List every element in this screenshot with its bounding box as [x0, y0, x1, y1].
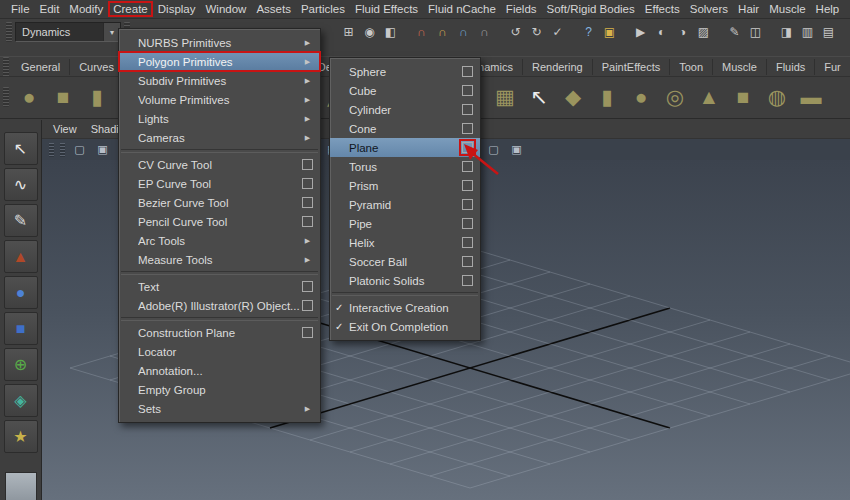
- snap-to-point-icon[interactable]: ∩: [453, 22, 474, 43]
- menu-item-annotation[interactable]: Annotation...: [119, 361, 320, 380]
- menu-item-text[interactable]: Text: [119, 277, 320, 296]
- menu-item-cylinder[interactable]: Cylinder: [330, 100, 480, 119]
- menu-item-interactive-creation[interactable]: ✓Interactive Creation: [330, 298, 480, 317]
- option-box-icon[interactable]: [462, 237, 473, 248]
- select-by-component-icon[interactable]: ◧: [380, 22, 401, 43]
- menu-edit[interactable]: Edit: [35, 2, 65, 16]
- ipr-render-icon[interactable]: ◑: [672, 22, 693, 43]
- scale-tool[interactable]: ⊕: [4, 348, 38, 381]
- menu-item-empty-group[interactable]: Empty Group: [119, 380, 320, 399]
- option-box-icon[interactable]: [302, 281, 313, 292]
- cursor-arrow-icon[interactable]: ↖: [522, 80, 556, 114]
- menu-effects[interactable]: Effects: [640, 2, 685, 16]
- output-connections-icon[interactable]: ↻: [526, 22, 547, 43]
- option-box-icon[interactable]: [462, 199, 473, 210]
- show-manipulator-tool[interactable]: ★: [4, 420, 38, 453]
- shelf-tab-curves[interactable]: Curves: [70, 59, 124, 75]
- menu-item-construction-plane[interactable]: Construction Plane: [119, 323, 320, 342]
- menu-item-volume-primitives[interactable]: Volume Primitives▶: [119, 90, 320, 109]
- shelf-diamond-icon[interactable]: ◆: [556, 80, 590, 114]
- option-box-icon[interactable]: [462, 218, 473, 229]
- shelf-tab-fluids[interactable]: Fluids: [767, 59, 815, 75]
- select-tool[interactable]: ↖: [4, 132, 38, 165]
- option-box-icon[interactable]: [462, 85, 473, 96]
- option-box-icon[interactable]: [302, 216, 313, 227]
- menu-item-arc-tools[interactable]: Arc Tools▶: [119, 231, 320, 250]
- shelf-tab-general[interactable]: General: [12, 59, 70, 75]
- menuset-dropdown[interactable]: Dynamics ▾: [15, 22, 121, 42]
- hypershade-icon[interactable]: ◫: [745, 22, 766, 43]
- option-box-icon[interactable]: [462, 275, 473, 286]
- statusline-grip[interactable]: [6, 22, 12, 42]
- channel-box-toggle-icon[interactable]: ▤: [818, 22, 839, 43]
- viewport-toolbar-grip[interactable]: [49, 143, 54, 157]
- shelf-tab-toon[interactable]: Toon: [670, 59, 713, 75]
- snap-to-curve-icon[interactable]: ∩: [432, 22, 453, 43]
- render-settings-icon[interactable]: ▨: [693, 22, 714, 43]
- menu-item-adobe-r-illustrator-r-object[interactable]: Adobe(R) Illustrator(R) Object...: [119, 296, 320, 315]
- paint-select-tool[interactable]: ✎: [4, 204, 38, 237]
- menu-fluid-effects[interactable]: Fluid Effects: [350, 2, 423, 16]
- menu-item-measure-tools[interactable]: Measure Tools▶: [119, 250, 320, 269]
- shelf-plane-icon[interactable]: ▦: [488, 80, 522, 114]
- shelf-torus-icon[interactable]: ◎: [658, 80, 692, 114]
- menu-item-sphere[interactable]: Sphere: [330, 62, 480, 81]
- menu-item-platonic-solids[interactable]: Platonic Solids: [330, 271, 480, 290]
- option-box-icon[interactable]: [302, 159, 313, 170]
- poly-cylinder-icon[interactable]: ▮: [80, 80, 114, 114]
- menu-item-pyramid[interactable]: Pyramid: [330, 195, 480, 214]
- help-icon[interactable]: ?: [578, 22, 599, 43]
- menu-item-lights[interactable]: Lights▶: [119, 109, 320, 128]
- menu-item-cameras[interactable]: Cameras▶: [119, 128, 320, 147]
- input-connections-icon[interactable]: ↺: [505, 22, 526, 43]
- shelf-shaded-icon[interactable]: ◍: [760, 80, 794, 114]
- menu-display[interactable]: Display: [153, 2, 201, 16]
- shelf-bar-icon[interactable]: ▬: [794, 80, 828, 114]
- menu-modify[interactable]: Modify: [64, 2, 108, 16]
- menu-file[interactable]: File: [6, 2, 35, 16]
- shelf-cylinder-icon[interactable]: ▮: [590, 80, 624, 114]
- shelf-tab-painteffects[interactable]: PaintEffects: [593, 59, 671, 75]
- menu-item-bezier-curve-tool[interactable]: Bezier Curve Tool: [119, 193, 320, 212]
- universal-manipulator-tool[interactable]: ◈: [4, 384, 38, 417]
- shelf-cone-icon[interactable]: ▲: [692, 80, 726, 114]
- snap-to-grid-icon[interactable]: ∩: [411, 22, 432, 43]
- menu-item-pipe[interactable]: Pipe: [330, 214, 480, 233]
- shelf-tab-fur[interactable]: Fur: [815, 59, 850, 75]
- lasso-select-tool[interactable]: ∿: [4, 168, 38, 201]
- shelf-cube-icon[interactable]: ■: [726, 80, 760, 114]
- snap-to-plane-icon[interactable]: ∩: [474, 22, 495, 43]
- menu-muscle[interactable]: Muscle: [764, 2, 810, 16]
- construction-history-icon[interactable]: ✓: [547, 22, 568, 43]
- attribute-editor-toggle-icon[interactable]: ▥: [797, 22, 818, 43]
- menu-fields[interactable]: Fields: [501, 2, 542, 16]
- panel-menu-view[interactable]: View: [46, 123, 84, 135]
- panel-toolbar-icon[interactable]: ▣: [91, 141, 114, 159]
- poly-cube-icon[interactable]: ■: [46, 80, 80, 114]
- paint-effects-panel-icon[interactable]: ✎: [724, 22, 745, 43]
- shelf-tabs-grip[interactable]: [3, 57, 9, 77]
- menu-item-pencil-curve-tool[interactable]: Pencil Curve Tool: [119, 212, 320, 231]
- select-by-hierarchy-icon[interactable]: ⊞: [338, 22, 359, 43]
- viewport-toolbar-grip-2[interactable]: [60, 143, 65, 157]
- menu-particles[interactable]: Particles: [296, 2, 350, 16]
- option-box-icon[interactable]: [302, 197, 313, 208]
- option-box-icon[interactable]: [302, 327, 313, 338]
- menu-item-helix[interactable]: Helix: [330, 233, 480, 252]
- menu-item-cube[interactable]: Cube: [330, 81, 480, 100]
- sidebar-toggle-icon[interactable]: ◨: [776, 22, 797, 43]
- render-current-frame-icon[interactable]: ◐: [651, 22, 672, 43]
- option-box-icon[interactable]: [462, 104, 473, 115]
- menu-fluid-ncache[interactable]: Fluid nCache: [423, 2, 501, 16]
- shelf-icons-grip[interactable]: [3, 87, 9, 107]
- option-box-icon[interactable]: [302, 300, 313, 311]
- option-box-icon[interactable]: [462, 123, 473, 134]
- menu-window[interactable]: Window: [200, 2, 251, 16]
- menu-item-subdiv-primitives[interactable]: Subdiv Primitives▶: [119, 71, 320, 90]
- lock-icon[interactable]: ▣: [599, 22, 620, 43]
- menu-hair[interactable]: Hair: [733, 2, 764, 16]
- menu-item-cone[interactable]: Cone: [330, 119, 480, 138]
- panel-toolbar-icon[interactable]: ▢: [68, 141, 91, 159]
- single-pane-layout-button[interactable]: [5, 472, 37, 500]
- shelf-tab-muscle[interactable]: Muscle: [713, 59, 767, 75]
